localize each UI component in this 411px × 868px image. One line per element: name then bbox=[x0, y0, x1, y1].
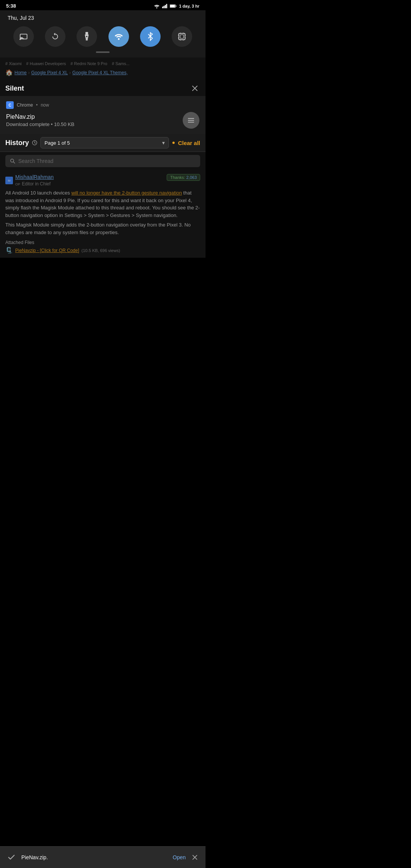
svg-rect-6 bbox=[176, 5, 176, 7]
tag-xiaomi: # Xiaomi bbox=[5, 61, 22, 66]
qs-drag-handle[interactable] bbox=[96, 51, 110, 53]
qs-date: Thu, Jul 23 bbox=[8, 15, 34, 21]
wifi-icon bbox=[115, 33, 123, 40]
notif-text: PieNav.zip Download complete • 10.50 KB bbox=[6, 113, 74, 127]
svg-rect-7 bbox=[170, 5, 175, 7]
thanks-label: Thanks: bbox=[170, 175, 185, 180]
notif-app-name: Chrome bbox=[17, 102, 33, 108]
svg-rect-16 bbox=[180, 35, 184, 38]
svg-rect-10 bbox=[86, 32, 88, 35]
svg-point-9 bbox=[19, 38, 21, 40]
menu-icon bbox=[187, 117, 195, 123]
flashlight-icon bbox=[83, 32, 90, 41]
svg-rect-3 bbox=[165, 5, 166, 8]
quick-settings-panel: Thu, Jul 23 bbox=[0, 10, 206, 57]
background-content: # Xiaomi # Huawei Developers # Redmi Not… bbox=[0, 57, 206, 80]
bullet-separator bbox=[172, 141, 175, 144]
body-link[interactable]: will no longer have the 2-button gesture… bbox=[71, 190, 182, 196]
attachment-meta: (10.5 KB, 696 views) bbox=[81, 248, 120, 253]
signal-icon bbox=[162, 4, 167, 8]
post-author-left: M MishaalRahman OP Editor in Chief bbox=[5, 174, 54, 187]
svg-point-0 bbox=[156, 7, 158, 8]
bc-item1[interactable]: Google Pixel 4 XL bbox=[31, 70, 68, 75]
tag-huawei: # Huawei Developers bbox=[26, 61, 66, 66]
flashlight-button[interactable] bbox=[76, 26, 97, 47]
notification-card: C Chrome • now PieNav.zip Download compl… bbox=[0, 96, 206, 134]
svg-rect-1 bbox=[162, 6, 163, 8]
attachment-icon: 🗜️ bbox=[5, 247, 13, 254]
wifi-toggle-button[interactable] bbox=[108, 26, 129, 47]
silent-label: Silent bbox=[5, 85, 24, 93]
bg-tags: # Xiaomi # Huawei Developers # Redmi Not… bbox=[5, 60, 200, 67]
svg-point-31 bbox=[172, 142, 175, 144]
post-body-2: This Magisk Module simply adds the 2-but… bbox=[5, 221, 200, 236]
history-bar: History Page 1 of 5 ▾ Clear all bbox=[0, 134, 206, 152]
clear-all-button[interactable]: Clear all bbox=[178, 140, 200, 146]
silent-overlay: Silent bbox=[0, 80, 206, 96]
cast-button[interactable] bbox=[13, 26, 34, 47]
bluetooth-icon bbox=[147, 32, 153, 41]
svg-rect-12 bbox=[86, 39, 88, 40]
qs-date-row: Thu, Jul 23 bbox=[0, 13, 206, 25]
attachment-row: 🗜️ PieNavzip - [Click for QR Code] (10.5… bbox=[5, 247, 200, 254]
author-info: MishaalRahman OP Editor in Chief bbox=[15, 174, 54, 187]
avatar: M bbox=[5, 177, 13, 184]
battery-text: 1 day, 3 hr bbox=[179, 4, 199, 8]
wifi-status-icon bbox=[154, 4, 160, 8]
rotation-button[interactable] bbox=[45, 26, 65, 47]
screenshot-icon bbox=[178, 32, 186, 41]
page-dropdown[interactable]: Page 1 of 5 ▾ bbox=[40, 137, 169, 148]
notif-subtitle: Download complete • 10.50 KB bbox=[6, 121, 74, 127]
chevron-down-icon: ▾ bbox=[162, 140, 165, 146]
search-placeholder: Search Thread bbox=[18, 158, 53, 164]
author-name[interactable]: MishaalRahman bbox=[15, 174, 54, 180]
history-label: History bbox=[5, 139, 29, 147]
history-icon bbox=[32, 140, 37, 145]
qs-icons-row bbox=[0, 25, 206, 50]
svg-point-13 bbox=[86, 36, 88, 37]
svg-line-33 bbox=[13, 162, 15, 163]
search-bar-row: Search Thread bbox=[0, 152, 206, 170]
screenshot-button[interactable] bbox=[172, 26, 192, 47]
cast-icon bbox=[19, 33, 28, 40]
bc-home[interactable]: Home bbox=[14, 70, 27, 75]
search-icon bbox=[10, 158, 15, 164]
status-time: 5:38 bbox=[6, 3, 16, 9]
status-bar: 5:38 1 day, 3 hr bbox=[0, 0, 206, 10]
body-text-3: This Magisk Module simply adds the 2-but… bbox=[5, 222, 191, 235]
tag-samsung: # Sams... bbox=[112, 61, 129, 66]
bc-item2[interactable]: Google Pixel 4 XL Themes, bbox=[72, 70, 127, 75]
thanks-count: 2,063 bbox=[186, 175, 197, 180]
svg-rect-4 bbox=[166, 4, 167, 8]
notif-separator: • bbox=[36, 102, 38, 108]
attached-files-label: Attached Files bbox=[5, 240, 200, 245]
notif-title: PieNav.zip bbox=[6, 113, 74, 120]
notif-app-icon: C bbox=[6, 101, 14, 109]
bluetooth-button[interactable] bbox=[140, 26, 161, 47]
svg-rect-2 bbox=[164, 6, 165, 8]
svg-point-14 bbox=[118, 38, 119, 40]
op-badge: OP bbox=[15, 182, 20, 186]
breadcrumb: 🏠 Home › Google Pixel 4 XL › Google Pixe… bbox=[5, 67, 200, 78]
notif-body: PieNav.zip Download complete • 10.50 KB bbox=[6, 112, 199, 129]
page-text: Page 1 of 5 bbox=[45, 140, 70, 146]
silent-close-button[interactable] bbox=[190, 83, 200, 94]
close-icon bbox=[191, 85, 198, 92]
thanks-badge: Thanks: 2,063 bbox=[167, 174, 200, 181]
post-body: All Android 10 launch devices will no lo… bbox=[5, 189, 200, 219]
status-bar-right: 1 day, 3 hr bbox=[154, 4, 199, 8]
notif-action-button[interactable] bbox=[183, 112, 199, 129]
tag-redmi: # Redmi Note 9 Pro bbox=[70, 61, 107, 66]
body-text-1: All Android 10 launch devices bbox=[5, 190, 71, 196]
battery-icon bbox=[170, 4, 177, 8]
notif-time: now bbox=[41, 102, 49, 108]
search-icon-svg bbox=[10, 158, 15, 164]
svg-rect-15 bbox=[179, 34, 185, 40]
search-bar[interactable]: Search Thread bbox=[5, 155, 200, 167]
forum-content: M MishaalRahman OP Editor in Chief Thank… bbox=[0, 170, 206, 258]
attachment-link[interactable]: PieNavzip - [Click for QR Code] bbox=[15, 248, 79, 253]
notif-header: C Chrome • now bbox=[6, 101, 199, 109]
post-author-row: M MishaalRahman OP Editor in Chief Thank… bbox=[5, 174, 200, 187]
rotation-icon bbox=[51, 32, 59, 41]
author-title: Editor in Chief bbox=[22, 181, 50, 187]
